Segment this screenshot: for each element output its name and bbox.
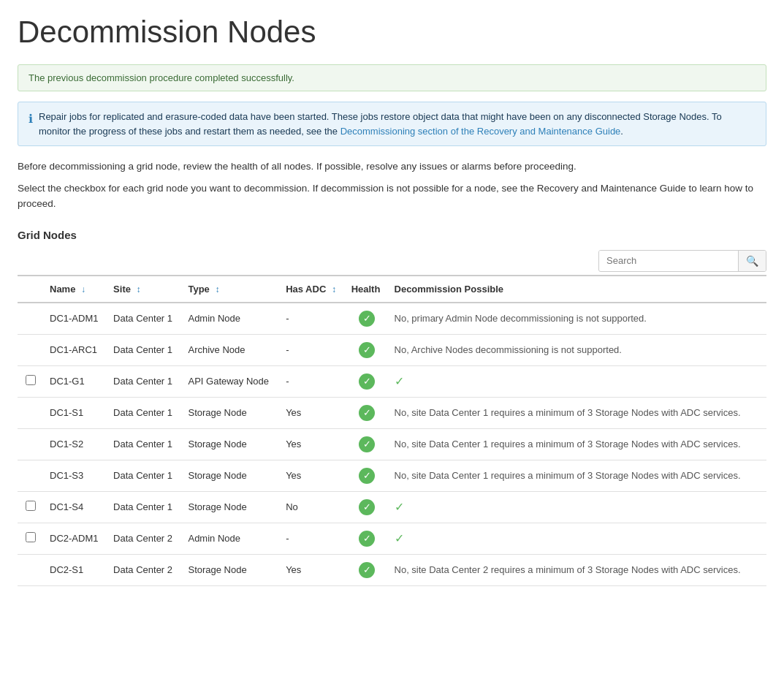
row-decommission-possible: No, Archive Nodes decommissioning is not…	[389, 334, 766, 365]
row-has-adc: -	[280, 334, 346, 365]
health-icon: ✓	[359, 468, 375, 484]
th-decommission-possible: Decommission Possible	[389, 276, 766, 303]
row-name: DC1-G1	[44, 365, 107, 397]
type-sort-icon[interactable]: ↕	[215, 284, 219, 295]
row-checkbox-cell	[18, 460, 44, 491]
row-has-adc: -	[280, 365, 346, 397]
row-name: DC2-S1	[44, 554, 107, 585]
row-health: ✓	[346, 397, 389, 428]
row-checkbox[interactable]	[26, 375, 36, 385]
site-sort-icon[interactable]: ↕	[137, 284, 141, 295]
row-has-adc: Yes	[280, 460, 346, 491]
table-row: DC2-ADM1Data Center 2Admin Node-✓✓	[18, 523, 766, 554]
table-row: DC1-S4Data Center 1Storage NodeNo✓✓	[18, 491, 766, 523]
search-button[interactable]: 🔍	[738, 251, 766, 271]
guide-link[interactable]: Decommissioning section of the Recovery …	[340, 126, 621, 137]
row-decommission-possible: No, primary Admin Node decommissioning i…	[389, 303, 766, 335]
row-decommission-possible: No, site Data Center 1 requires a minimu…	[389, 428, 766, 460]
description-2: Select the checkbox for each grid node y…	[18, 181, 766, 211]
row-site: Data Center 1	[107, 460, 182, 491]
table-row: DC1-ADM1Data Center 1Admin Node-✓No, pri…	[18, 303, 766, 335]
row-checkbox[interactable]	[26, 501, 36, 511]
health-icon: ✓	[359, 311, 375, 327]
row-health: ✓	[346, 303, 389, 335]
row-health: ✓	[346, 334, 389, 365]
row-name: DC1-ARC1	[44, 334, 107, 365]
row-site: Data Center 2	[107, 554, 182, 585]
row-site: Data Center 2	[107, 523, 182, 554]
row-health: ✓	[346, 491, 389, 523]
th-has-adc: Has ADC ↕	[280, 276, 346, 303]
row-health: ✓	[346, 428, 389, 460]
decommission-check-icon: ✓	[395, 501, 404, 513]
row-health: ✓	[346, 554, 389, 585]
table-row: DC1-ARC1Data Center 1Archive Node-✓No, A…	[18, 334, 766, 365]
row-has-adc: Yes	[280, 554, 346, 585]
row-decommission-possible: No, site Data Center 2 requires a minimu…	[389, 554, 766, 585]
row-name: DC1-S1	[44, 397, 107, 428]
table-row: DC1-S2Data Center 1Storage NodeYes✓No, s…	[18, 428, 766, 460]
row-checkbox-cell	[18, 397, 44, 428]
decommission-check-icon: ✓	[395, 532, 404, 545]
search-wrapper: 🔍	[598, 250, 766, 272]
row-name: DC2-ADM1	[44, 523, 107, 554]
row-name: DC1-S3	[44, 460, 107, 491]
row-checkbox-cell	[18, 303, 44, 335]
row-site: Data Center 1	[107, 303, 182, 335]
row-name: DC1-S2	[44, 428, 107, 460]
row-type: Admin Node	[182, 303, 280, 335]
row-has-adc: -	[280, 303, 346, 335]
has-adc-sort-icon[interactable]: ↕	[332, 284, 336, 295]
row-checkbox-cell	[18, 365, 44, 397]
row-checkbox-cell	[18, 491, 44, 523]
search-bar: 🔍	[18, 250, 766, 272]
table-body: DC1-ADM1Data Center 1Admin Node-✓No, pri…	[18, 303, 766, 586]
row-checkbox-cell	[18, 428, 44, 460]
row-decommission-possible: ✓	[389, 523, 766, 554]
grid-nodes-table: Name ↓ Site ↕ Type ↕ Has ADC ↕ Health De…	[18, 275, 766, 586]
row-site: Data Center 1	[107, 365, 182, 397]
row-site: Data Center 1	[107, 428, 182, 460]
row-type: Archive Node	[182, 334, 280, 365]
health-icon: ✓	[359, 562, 375, 578]
row-type: Storage Node	[182, 554, 280, 585]
row-type: Admin Node	[182, 523, 280, 554]
table-header-row: Name ↓ Site ↕ Type ↕ Has ADC ↕ Health De…	[18, 276, 766, 303]
health-icon: ✓	[359, 405, 375, 421]
health-icon: ✓	[359, 342, 375, 358]
section-title: Grid Nodes	[18, 229, 766, 241]
row-name: DC1-ADM1	[44, 303, 107, 335]
row-type: Storage Node	[182, 397, 280, 428]
th-health: Health	[346, 276, 389, 303]
row-decommission-possible: ✓	[389, 491, 766, 523]
info-alert: ℹ Repair jobs for replicated and erasure…	[18, 102, 766, 146]
table-row: DC1-S3Data Center 1Storage NodeYes✓No, s…	[18, 460, 766, 491]
row-type: API Gateway Node	[182, 365, 280, 397]
row-decommission-possible: No, site Data Center 1 requires a minimu…	[389, 397, 766, 428]
success-alert: The previous decommission procedure comp…	[18, 64, 766, 91]
row-checkbox-cell	[18, 334, 44, 365]
table-row: DC1-S1Data Center 1Storage NodeYes✓No, s…	[18, 397, 766, 428]
row-type: Storage Node	[182, 460, 280, 491]
table-row: DC2-S1Data Center 2Storage NodeYes✓No, s…	[18, 554, 766, 585]
row-site: Data Center 1	[107, 491, 182, 523]
decommission-check-icon: ✓	[395, 375, 404, 387]
health-icon: ✓	[359, 499, 375, 515]
name-sort-icon[interactable]: ↓	[81, 284, 85, 295]
row-decommission-possible: ✓	[389, 365, 766, 397]
row-decommission-possible: No, site Data Center 1 requires a minimu…	[389, 460, 766, 491]
row-site: Data Center 1	[107, 397, 182, 428]
page-title: Decommission Nodes	[18, 15, 766, 50]
row-site: Data Center 1	[107, 334, 182, 365]
health-icon: ✓	[359, 531, 375, 547]
row-checkbox[interactable]	[26, 532, 36, 542]
row-health: ✓	[346, 460, 389, 491]
row-has-adc: -	[280, 523, 346, 554]
row-health: ✓	[346, 365, 389, 397]
search-input[interactable]	[599, 251, 738, 270]
th-checkbox	[18, 276, 44, 303]
th-name: Name ↓	[44, 276, 107, 303]
row-checkbox-cell	[18, 523, 44, 554]
table-row: DC1-G1Data Center 1API Gateway Node-✓✓	[18, 365, 766, 397]
row-type: Storage Node	[182, 491, 280, 523]
